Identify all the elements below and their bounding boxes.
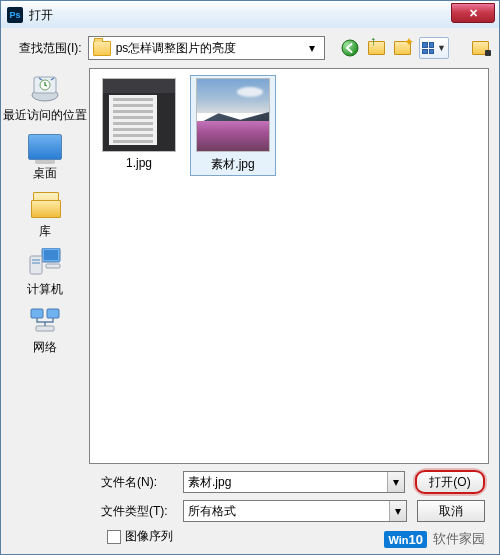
file-name-label: 文件名(N): bbox=[101, 474, 173, 491]
file-thumbnail bbox=[102, 78, 176, 152]
new-folder-button[interactable]: ✦ bbox=[393, 39, 411, 57]
chevron-down-icon: ▾ bbox=[387, 472, 404, 492]
network-icon bbox=[28, 306, 62, 336]
file-name-row: 文件名(N): 素材.jpg ▾ 打开(O) bbox=[101, 470, 485, 494]
svg-rect-11 bbox=[47, 309, 59, 318]
open-button[interactable]: 打开(O) bbox=[415, 470, 485, 494]
place-desktop[interactable]: 桌面 bbox=[1, 132, 89, 182]
svg-rect-5 bbox=[44, 250, 58, 260]
watermark: Win10 软件家园 bbox=[384, 530, 485, 548]
chevron-down-icon: ▼ bbox=[437, 43, 446, 53]
file-type-select[interactable]: 所有格式 ▾ bbox=[183, 500, 407, 522]
place-recent-label: 最近访问的位置 bbox=[3, 107, 87, 124]
open-dialog: Ps 打开 ✕ 查找范围(I): ps怎样调整图片的亮度 ▾ ↑ bbox=[0, 0, 500, 555]
file-name-value: 素材.jpg bbox=[188, 474, 387, 491]
place-libraries-label: 库 bbox=[39, 223, 51, 240]
cancel-button[interactable]: 取消 bbox=[417, 500, 485, 522]
up-one-level-button[interactable]: ↑ bbox=[367, 39, 385, 57]
recent-icon bbox=[28, 74, 62, 104]
svg-rect-12 bbox=[36, 326, 54, 331]
file-item[interactable]: 1.jpg bbox=[96, 75, 182, 176]
file-type-label: 文件类型(T): bbox=[101, 503, 173, 520]
close-icon: ✕ bbox=[469, 7, 478, 20]
titlebar[interactable]: Ps 打开 ✕ bbox=[0, 0, 500, 30]
file-item-selected[interactable]: 素材.jpg bbox=[190, 75, 276, 176]
file-list: 1.jpg 素材.jpg bbox=[90, 69, 488, 182]
watermark-text: 软件家园 bbox=[433, 530, 485, 548]
favorites-button[interactable] bbox=[471, 39, 489, 57]
libraries-icon bbox=[28, 190, 62, 220]
file-name-label: 1.jpg bbox=[126, 156, 152, 170]
folder-icon bbox=[93, 41, 111, 56]
place-desktop-label: 桌面 bbox=[33, 165, 57, 182]
svg-rect-8 bbox=[32, 262, 40, 264]
dialog-body: 查找范围(I): ps怎样调整图片的亮度 ▾ ↑ ✦ bbox=[0, 28, 500, 555]
sparkle-icon: ✦ bbox=[404, 35, 414, 49]
svg-rect-7 bbox=[32, 259, 40, 261]
folder-star-icon bbox=[472, 41, 489, 55]
look-in-label: 查找范围(I): bbox=[19, 40, 82, 57]
back-button[interactable] bbox=[341, 39, 359, 57]
chevron-down-icon: ▾ bbox=[389, 501, 406, 521]
window-title: 打开 bbox=[29, 7, 53, 24]
svg-point-0 bbox=[342, 40, 358, 56]
place-libraries[interactable]: 库 bbox=[1, 190, 89, 240]
place-computer-label: 计算机 bbox=[27, 281, 63, 298]
computer-icon bbox=[28, 248, 62, 278]
svg-rect-10 bbox=[31, 309, 43, 318]
places-bar: 最近访问的位置 桌面 库 计算机 bbox=[1, 68, 89, 464]
file-name-label: 素材.jpg bbox=[211, 156, 254, 173]
close-button[interactable]: ✕ bbox=[451, 3, 495, 23]
image-sequence-label: 图像序列 bbox=[125, 528, 173, 545]
chevron-down-icon: ▾ bbox=[304, 41, 320, 55]
file-type-value: 所有格式 bbox=[188, 503, 389, 520]
look-in-value: ps怎样调整图片的亮度 bbox=[116, 40, 304, 57]
app-icon: Ps bbox=[7, 7, 23, 23]
place-recent[interactable]: 最近访问的位置 bbox=[1, 74, 89, 124]
file-list-pane[interactable]: 1.jpg 素材.jpg bbox=[89, 68, 489, 464]
place-network-label: 网络 bbox=[33, 339, 57, 356]
desktop-icon bbox=[28, 132, 62, 162]
view-menu-button[interactable]: ▼ bbox=[419, 37, 449, 59]
file-name-input[interactable]: 素材.jpg ▾ bbox=[183, 471, 405, 493]
back-icon bbox=[341, 39, 359, 57]
image-sequence-checkbox[interactable] bbox=[107, 530, 121, 544]
place-network[interactable]: 网络 bbox=[1, 306, 89, 356]
toolbar-icons: ↑ ✦ ▼ bbox=[341, 37, 489, 59]
place-computer[interactable]: 计算机 bbox=[1, 248, 89, 298]
up-arrow-icon: ↑ bbox=[370, 36, 377, 46]
thumbnails-icon bbox=[422, 42, 434, 54]
svg-rect-9 bbox=[46, 264, 60, 268]
look-in-combo[interactable]: ps怎样调整图片的亮度 ▾ bbox=[88, 36, 325, 60]
file-thumbnail bbox=[196, 78, 270, 152]
file-type-row: 文件类型(T): 所有格式 ▾ 取消 bbox=[101, 500, 485, 522]
watermark-badge: Win10 bbox=[384, 531, 427, 548]
svg-rect-6 bbox=[30, 256, 42, 274]
look-in-row: 查找范围(I): ps怎样调整图片的亮度 ▾ ↑ ✦ bbox=[1, 28, 499, 66]
main-area: 最近访问的位置 桌面 库 计算机 bbox=[1, 68, 499, 464]
